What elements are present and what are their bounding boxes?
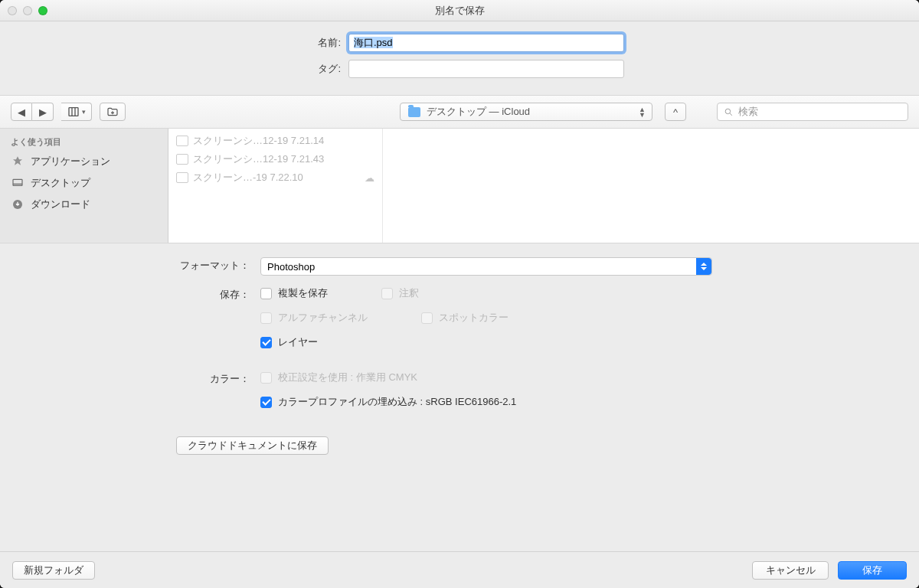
sidebar: よく使う項目 アプリケーション デスクトップ ダウンロード (0, 129, 168, 243)
search-icon (724, 107, 734, 117)
alpha-channel-checkbox: アルファチャンネル (260, 311, 368, 325)
applications-icon (11, 155, 25, 168)
tag-label: タグ: (295, 62, 341, 76)
tag-input[interactable] (348, 60, 624, 78)
new-folder-toolbar-button[interactable] (100, 103, 126, 121)
file-icon (176, 154, 188, 165)
new-folder-button[interactable]: 新規フォルダ (12, 561, 95, 580)
view-mode-button[interactable]: ▾ (61, 103, 92, 121)
location-popup-button[interactable]: デスクトップ — iCloud ▲▼ (400, 103, 652, 121)
proof-setup-checkbox: 校正設定を使用 : 作業用 CMYK (260, 371, 417, 384)
location-label: デスクトップ — iCloud (427, 105, 530, 119)
annotations-checkbox: 注釈 (381, 286, 419, 300)
titlebar: 別名で保存 (0, 0, 919, 21)
file-list: スクリーンシ…12-19 7.21.14 スクリーンシ…12-19 7.21.4… (168, 129, 383, 243)
collapse-browser-button[interactable]: ^ (665, 103, 686, 121)
new-folder-icon (106, 106, 119, 118)
layers-checkbox[interactable]: レイヤー (260, 335, 318, 349)
file-icon (176, 136, 188, 146)
svg-point-5 (725, 109, 731, 114)
folder-icon (408, 107, 420, 117)
sidebar-item-downloads[interactable]: ダウンロード (0, 194, 168, 215)
svg-rect-0 (69, 108, 78, 116)
browser-toolbar: ◀ ▶ ▾ デスクトップ — iCloud ▲▼ ^ 検索 (0, 95, 919, 129)
search-placeholder: 検索 (738, 105, 758, 119)
name-label: 名前: (295, 36, 341, 50)
spot-color-checkbox: スポットカラー (421, 311, 509, 325)
window-title: 別名で保存 (0, 4, 919, 18)
save-copy-checkbox[interactable]: 複製を保存 (260, 286, 328, 300)
save-to-cloud-button[interactable]: クラウドドキュメントに保存 (176, 436, 329, 455)
save-as-dialog: 別名で保存 名前: 海口.psd タグ: ◀ ▶ ▾ デスクトップ — iClo… (0, 0, 919, 588)
preview-pane (383, 129, 919, 243)
svg-rect-7 (13, 179, 22, 185)
format-label: フォーマット： (0, 257, 260, 276)
sidebar-item-applications[interactable]: アプリケーション (0, 151, 168, 172)
file-item[interactable]: スクリーン…-19 7.22.10☁ (168, 168, 382, 187)
columns-icon (67, 106, 80, 118)
format-select[interactable]: Photoshop (260, 257, 712, 276)
filename-input[interactable]: 海口.psd (348, 34, 624, 52)
nav-forward-button[interactable]: ▶ (32, 103, 54, 121)
dialog-footer: 新規フォルダ キャンセル 保存 (0, 551, 919, 588)
sidebar-item-desktop[interactable]: デスクトップ (0, 172, 168, 194)
color-options-label: カラー： (0, 371, 260, 420)
nav-back-button[interactable]: ◀ (11, 103, 32, 121)
sidebar-favorites-header: よく使う項目 (0, 133, 168, 151)
file-item[interactable]: スクリーンシ…12-19 7.21.14 (168, 132, 382, 150)
select-stepper-icon (696, 258, 711, 275)
cancel-button[interactable]: キャンセル (752, 561, 829, 580)
downloads-icon (11, 198, 25, 211)
desktop-icon (11, 177, 25, 189)
svg-line-6 (730, 113, 732, 116)
file-item[interactable]: スクリーンシ…12-19 7.21.43 (168, 150, 382, 168)
updown-icon: ▲▼ (639, 107, 646, 118)
search-field[interactable]: 検索 (717, 103, 908, 121)
embed-profile-checkbox[interactable]: カラープロファイルの埋め込み : sRGB IEC61966-2.1 (260, 395, 516, 409)
file-icon (176, 172, 188, 183)
save-options: フォーマット： Photoshop 保存： 複製を保存 注釈 アルファチャンネル… (0, 243, 919, 551)
cloud-icon: ☁ (365, 172, 374, 184)
save-button[interactable]: 保存 (838, 561, 907, 580)
save-options-label: 保存： (0, 286, 260, 360)
